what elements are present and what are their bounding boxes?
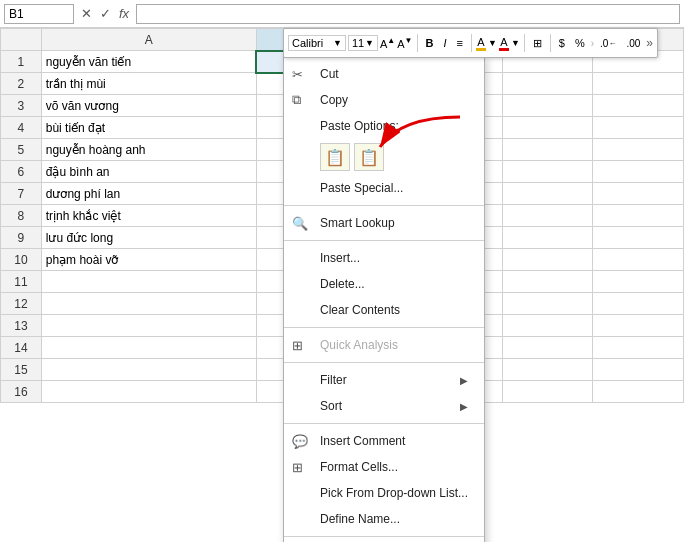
currency-button[interactable]: $ xyxy=(555,35,569,51)
cell-f-8[interactable] xyxy=(593,205,684,227)
cell-a-4[interactable]: bùi tiến đạt xyxy=(41,117,256,139)
ctx-item-filter[interactable]: Filter▶ xyxy=(284,367,484,393)
ctx-separator xyxy=(284,536,484,537)
cell-f-9[interactable] xyxy=(593,227,684,249)
ctx-item-smart_lookup[interactable]: 🔍Smart Lookup xyxy=(284,210,484,236)
format_cells-icon: ⊞ xyxy=(292,460,303,475)
cell-f-12[interactable] xyxy=(593,293,684,315)
cell-f-15[interactable] xyxy=(593,359,684,381)
cell-a-16[interactable] xyxy=(41,381,256,403)
cell-a-12[interactable] xyxy=(41,293,256,315)
cell-e-4[interactable] xyxy=(502,117,593,139)
paste-icon-button-2[interactable]: 📋 xyxy=(354,143,384,171)
cell-e-12[interactable] xyxy=(502,293,593,315)
bold-button[interactable]: B xyxy=(422,35,438,51)
fill-color-chevron-icon[interactable]: ▼ xyxy=(488,38,497,48)
ctx-item-clear_contents[interactable]: Clear Contents xyxy=(284,297,484,323)
define_name-label: Define Name... xyxy=(320,512,400,526)
mini-toolbar: Calibri ▼ 11 ▼ A▲ A▼ B I ≡ A ▼ A ▼ ⊞ $ %… xyxy=(283,28,658,58)
cell-f-16[interactable] xyxy=(593,381,684,403)
cell-e-10[interactable] xyxy=(502,249,593,271)
cell-a-5[interactable]: nguyễn hoàng anh xyxy=(41,139,256,161)
increase-decimal-button[interactable]: .00 xyxy=(622,36,644,51)
format_cells-label: Format Cells... xyxy=(320,460,398,474)
cell-a-9[interactable]: lưu đức long xyxy=(41,227,256,249)
cell-f-14[interactable] xyxy=(593,337,684,359)
more-icon[interactable]: » xyxy=(646,36,653,50)
cell-f-5[interactable] xyxy=(593,139,684,161)
ctx-item-insert_comment[interactable]: 💬Insert Comment xyxy=(284,428,484,454)
cell-a-2[interactable]: trần thị mùi xyxy=(41,73,256,95)
decrease-decimal-button[interactable]: .0← xyxy=(596,36,620,51)
cell-e-5[interactable] xyxy=(502,139,593,161)
cell-f-7[interactable] xyxy=(593,183,684,205)
ctx-item-pick_dropdown[interactable]: Pick From Drop-down List... xyxy=(284,480,484,506)
percent-button[interactable]: % xyxy=(571,35,589,51)
ctx-item-define_name[interactable]: Define Name... xyxy=(284,506,484,532)
italic-button[interactable]: I xyxy=(439,35,450,51)
cell-f-13[interactable] xyxy=(593,315,684,337)
shrink-font-icon[interactable]: A▼ xyxy=(397,36,412,50)
formula-input[interactable] xyxy=(136,4,680,24)
cell-f-3[interactable] xyxy=(593,95,684,117)
insert_comment-label: Insert Comment xyxy=(320,434,405,448)
ctx-item-insert[interactable]: Insert... xyxy=(284,245,484,271)
cell-a-6[interactable]: đậu bình an xyxy=(41,161,256,183)
cell-a-11[interactable] xyxy=(41,271,256,293)
cell-f-11[interactable] xyxy=(593,271,684,293)
ctx-item-paste_special[interactable]: Paste Special... xyxy=(284,175,484,201)
cell-f-6[interactable] xyxy=(593,161,684,183)
cell-e-7[interactable] xyxy=(502,183,593,205)
cell-e-11[interactable] xyxy=(502,271,593,293)
cell-e-14[interactable] xyxy=(502,337,593,359)
cell-a-14[interactable] xyxy=(41,337,256,359)
fill-color-button[interactable]: A xyxy=(476,36,486,51)
cell-a-3[interactable]: võ văn vương xyxy=(41,95,256,117)
cell-e-6[interactable] xyxy=(502,161,593,183)
cell-a-13[interactable] xyxy=(41,315,256,337)
col-header-a[interactable]: A xyxy=(41,29,256,51)
align-button[interactable]: ≡ xyxy=(453,35,467,51)
font-color-chevron-icon[interactable]: ▼ xyxy=(511,38,520,48)
name-box[interactable]: B1 xyxy=(4,4,74,24)
ctx-separator xyxy=(284,240,484,241)
paste_special-label: Paste Special... xyxy=(320,181,403,195)
cell-a-1[interactable]: nguyễn văn tiến xyxy=(41,51,256,73)
ctx-item-sort[interactable]: Sort▶ xyxy=(284,393,484,419)
cell-a-15[interactable] xyxy=(41,359,256,381)
row-number: 6 xyxy=(1,161,42,183)
cell-f-4[interactable] xyxy=(593,117,684,139)
ctx-paste-options-row: 📋📋 xyxy=(284,139,484,175)
fx-icon[interactable]: fx xyxy=(116,6,132,21)
cell-f-10[interactable] xyxy=(593,249,684,271)
cell-e-2[interactable] xyxy=(502,73,593,95)
row-number: 8 xyxy=(1,205,42,227)
confirm-icon[interactable]: ✓ xyxy=(97,6,114,21)
cell-a-7[interactable]: dương phí lan xyxy=(41,183,256,205)
cell-e-15[interactable] xyxy=(502,359,593,381)
cell-a-10[interactable]: phạm hoài vỡ xyxy=(41,249,256,271)
ctx-item-delete[interactable]: Delete... xyxy=(284,271,484,297)
paste-icon-button-1[interactable]: 📋 xyxy=(320,143,350,171)
cell-a-8[interactable]: trịnh khắc việt xyxy=(41,205,256,227)
cell-e-13[interactable] xyxy=(502,315,593,337)
ctx-item-copy[interactable]: ⧉Copy xyxy=(284,87,484,113)
cell-e-16[interactable] xyxy=(502,381,593,403)
grow-font-icon[interactable]: A▲ xyxy=(380,36,395,50)
ctx-item-format_cells[interactable]: ⊞Format Cells... xyxy=(284,454,484,480)
cancel-icon[interactable]: ✕ xyxy=(78,6,95,21)
cell-e-9[interactable] xyxy=(502,227,593,249)
font-size-dropdown[interactable]: 11 ▼ xyxy=(348,35,378,51)
borders-button[interactable]: ⊞ xyxy=(529,35,546,52)
pick_dropdown-label: Pick From Drop-down List... xyxy=(320,486,468,500)
ctx-item-cut[interactable]: ✂Cut xyxy=(284,61,484,87)
smart_lookup-icon: 🔍 xyxy=(292,216,308,231)
font-color-button[interactable]: A xyxy=(499,36,509,51)
copy-icon: ⧉ xyxy=(292,92,301,108)
font-name-dropdown[interactable]: Calibri ▼ xyxy=(288,35,346,51)
cell-e-3[interactable] xyxy=(502,95,593,117)
cell-f-2[interactable] xyxy=(593,73,684,95)
smart_lookup-label: Smart Lookup xyxy=(320,216,395,230)
cell-e-8[interactable] xyxy=(502,205,593,227)
ctx-separator xyxy=(284,205,484,206)
